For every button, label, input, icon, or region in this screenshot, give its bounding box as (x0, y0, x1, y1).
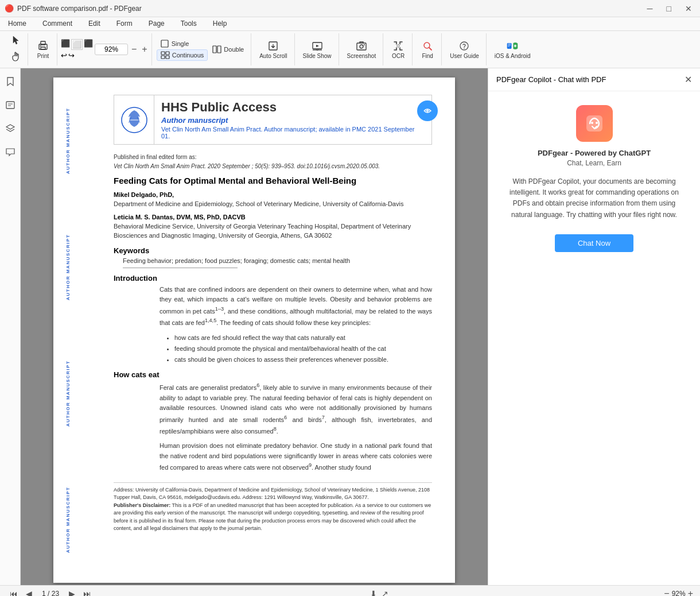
page-info: 1 / 23 (37, 590, 64, 597)
zoom-increase-button[interactable]: + (140, 44, 149, 55)
disclaimer-label: Publisher's Disclaimer: (114, 502, 170, 508)
userguide-group: User Guide (443, 33, 487, 65)
sidebar-icon-layers[interactable] (2, 120, 19, 139)
view-stack: Single Continuous (157, 38, 208, 61)
zoom-decrease-button[interactable]: − (130, 44, 138, 55)
cats-eat-heading: How cats eat (114, 370, 432, 379)
cats-eat-para-2: Human provision does not eliminate preda… (160, 441, 432, 473)
page-icon-2: ⬜ (71, 39, 83, 50)
print-button[interactable]: Print (33, 38, 53, 61)
screenshot-group: Screenshot (340, 33, 384, 65)
tab-form[interactable]: Form (108, 17, 141, 31)
copilot-description: With PDFgear Copilot, your documents are… (508, 176, 680, 220)
find-button[interactable]: Find (417, 38, 438, 61)
double-view-button[interactable]: Double (209, 44, 247, 55)
tab-comment[interactable]: Comment (34, 17, 80, 31)
intro-para-1: Cats that are confined indoors are depen… (160, 285, 432, 328)
intro-bullets: how cats are fed should reflect the way … (169, 332, 432, 365)
hhs-content: HHS Public Access Author manuscript Vet … (154, 95, 431, 144)
single-view-button[interactable]: Single (157, 38, 208, 49)
find-label: Find (422, 53, 433, 59)
page-nav-buttons: ⏮ ◀ 1 / 23 ▶ ⏭ (7, 588, 94, 597)
mobile-label: iOS & Android (495, 53, 531, 59)
hhs-header: HHS Public Access Author manuscript Vet … (114, 95, 432, 145)
svg-point-17 (460, 42, 468, 50)
ocr-button[interactable]: OCR (388, 38, 409, 61)
svg-point-3 (40, 45, 41, 47)
page-content: HHS Public Access Author manuscript Vet … (114, 95, 432, 533)
zoom-in-button[interactable]: + (688, 589, 693, 597)
zoom-level: 92% (672, 590, 686, 597)
close-button[interactable]: ✕ (682, 3, 695, 14)
share-bottom-icon[interactable]: ↗ (382, 589, 388, 597)
pdf-page: Author Manuscript Author Manuscript Auth… (53, 78, 455, 583)
svg-point-20 (514, 44, 516, 47)
tab-home[interactable]: Home (0, 17, 34, 31)
autoscroll-group: Auto Scroll (252, 33, 294, 65)
cursor-stack (8, 33, 24, 65)
svg-rect-21 (6, 102, 14, 109)
panel-body: PDFgear - Powered by ChatGPT Chat, Learn… (488, 91, 700, 585)
page-icon-3: ⬛ (84, 39, 93, 50)
undo-button[interactable]: ↩ (61, 51, 67, 60)
pdf-area[interactable]: Author Manuscript Author Manuscript Auth… (21, 68, 488, 585)
hhs-logo (114, 95, 154, 144)
next-page-button[interactable]: ▶ (66, 588, 78, 597)
ribbon-toolbar: Print ⬛ ⬜ ⬛ ↩ ↪ 92% − + (0, 31, 700, 68)
minimize-button[interactable]: ─ (644, 3, 656, 14)
print-label: Print (37, 53, 49, 59)
userguide-button[interactable]: User Guide (446, 38, 483, 61)
redo-button[interactable]: ↪ (68, 51, 75, 60)
mobile-button[interactable]: iOS & Android (491, 38, 534, 61)
maximize-button[interactable]: □ (663, 3, 675, 14)
autoscroll-button[interactable]: Auto Scroll (256, 38, 290, 61)
keywords-divider (123, 268, 238, 268)
download-icon[interactable]: ⬇ (370, 589, 377, 597)
screenshot-button[interactable]: Screenshot (344, 38, 380, 61)
hhs-title: HHS Public Access (161, 100, 425, 115)
ocr-label: OCR (392, 53, 405, 59)
ocr-group: OCR (384, 33, 413, 65)
panel-close-button[interactable]: ✕ (685, 74, 692, 85)
svg-rect-4 (161, 40, 168, 47)
right-nav-icons: ⬇ ↗ (370, 589, 388, 597)
tab-page[interactable]: Page (141, 17, 173, 31)
svg-point-14 (360, 45, 363, 48)
sidebar-icon-comment[interactable] (2, 144, 19, 162)
slideshow-button[interactable]: Slide Show (300, 38, 335, 61)
svg-rect-8 (166, 56, 169, 59)
select-cursor-button[interactable] (8, 33, 24, 49)
published-ref: Vet Clin North Am Small Anim Pract. 2020… (114, 163, 380, 169)
autoscroll-label: Auto Scroll (259, 53, 287, 59)
sidebar-icon-pages[interactable] (2, 96, 19, 115)
first-page-button[interactable]: ⏮ (7, 588, 21, 597)
ribbon: Home Comment Edit Form Page Tools Help (0, 17, 700, 68)
ribbon-tabs: Home Comment Edit Form Page Tools Help (0, 17, 700, 31)
svg-rect-7 (161, 56, 165, 59)
copilot-brand: PDFgear - Powered by ChatGPT (538, 149, 651, 157)
tab-help[interactable]: Help (205, 17, 235, 31)
page-icon-1: ⬛ (61, 39, 70, 50)
tab-tools[interactable]: Tools (173, 17, 205, 31)
double-view-stack: Double (209, 44, 247, 55)
prev-page-button[interactable]: ◀ (23, 588, 35, 597)
svg-point-18 (464, 48, 465, 49)
total-pages: 23 (52, 590, 59, 597)
main-area: Author Manuscript Author Manuscript Auth… (0, 68, 700, 585)
watermark-strips: Author Manuscript Author Manuscript Auth… (53, 78, 82, 583)
zoom-input[interactable]: 92% (95, 44, 128, 55)
last-page-button[interactable]: ⏭ (80, 588, 94, 597)
share-icon-button[interactable] (417, 100, 438, 121)
svg-rect-5 (161, 52, 165, 55)
screenshot-label: Screenshot (347, 53, 376, 59)
sidebar-icon-bookmark[interactable] (2, 73, 19, 92)
continuous-view-button[interactable]: Continuous (157, 49, 208, 61)
chat-now-button[interactable]: Chat Now (555, 234, 633, 252)
tab-edit[interactable]: Edit (80, 17, 108, 31)
double-view-label: Double (224, 46, 244, 53)
zoom-out-button[interactable]: − (664, 589, 669, 597)
continuous-view-label: Continuous (172, 52, 204, 59)
hand-cursor-button[interactable] (8, 50, 24, 65)
current-page: 1 (42, 590, 46, 597)
title-bar-left: 🔴 PDF software comparison.pdf - PDFgear (5, 4, 142, 13)
